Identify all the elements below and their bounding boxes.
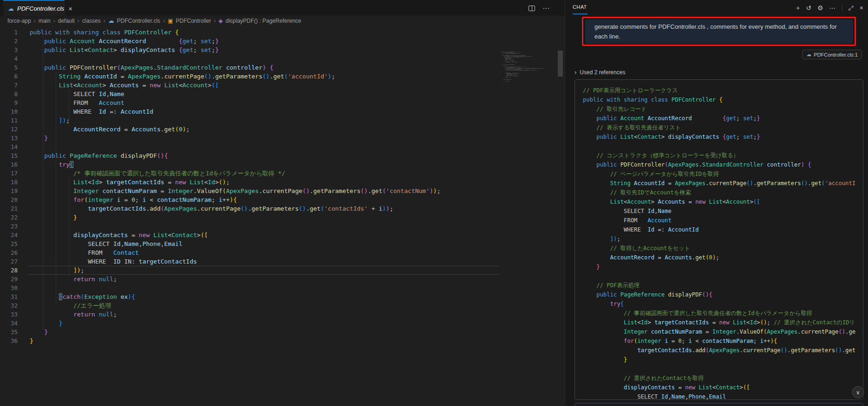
code-line[interactable]: 34 } (0, 319, 565, 328)
code-line[interactable]: 20 for(integer i = 0; i < contactNumPara… (0, 195, 565, 204)
code-line[interactable]: 10 WHERE Id =: AccountId (0, 107, 565, 116)
tab-pdfcontroller[interactable]: ☁ PDFController.cls × (3, 0, 65, 16)
chevron-down-icon: ∨ (856, 389, 860, 396)
editor-actions: ⋯ (529, 0, 550, 16)
code-line[interactable]: 8 SELECT Id,Name (0, 90, 565, 98)
minimap[interactable]: public with sharing class PDFController … (501, 52, 555, 88)
scroll-to-bottom-button[interactable]: ∨ (852, 386, 864, 399)
chat-code-line: // PDF表示処理 (583, 281, 863, 290)
breadcrumb-folder[interactable]: force-app (7, 18, 31, 24)
code-line[interactable]: 9 FROM Account (0, 98, 565, 107)
code-line[interactable]: 23 (0, 222, 565, 231)
code-line[interactable]: 24 displayContacts = new List<Contact>([ (0, 231, 565, 239)
code-line[interactable]: 27 WHERE ID IN: targetContactIds (0, 257, 565, 266)
code-line[interactable]: 22 } (0, 213, 565, 222)
code-line[interactable]: 36} (0, 336, 565, 345)
split-editor-icon[interactable] (529, 6, 535, 11)
code-editor[interactable]: 1public with sharing class PDFController… (0, 25, 565, 406)
code-line[interactable]: 29 return null; (0, 275, 565, 284)
code-line[interactable]: 25 SELECT Id,Name,Phone,Email (0, 239, 565, 248)
chat-code-line: // コンストラクタ（標準コントローラーを受け取る） (583, 151, 863, 160)
chat-code-line: public Account AccountRecord {get; set;} (583, 114, 863, 123)
code-line[interactable]: 15 public PageReference displayPDF(){ (0, 151, 565, 160)
class-symbol-icon: ▣ (168, 18, 173, 24)
chat-code-line: WHERE Id =: AccountId (583, 225, 863, 234)
code-line[interactable]: 21 targetContactIds.add(ApexPages.curren… (0, 204, 565, 213)
line-number: 21 (0, 204, 18, 213)
line-number: 36 (0, 336, 18, 345)
line-number: 13 (0, 134, 18, 142)
user-message-bubble: generate comments for PDFController.cls … (585, 19, 853, 44)
code-line[interactable]: 31 }catch(Exception ex){ (0, 292, 565, 301)
chat-code-line: public PageReference displayPDF(){ (583, 290, 863, 299)
used-references-label: Used 2 references (580, 69, 625, 76)
tab-close-icon[interactable]: × (68, 6, 72, 12)
chat-code-line: // PDF表示用コントローラークラス (583, 86, 863, 95)
breadcrumb-separator: › (163, 18, 165, 24)
apex-file-icon: ☁ (108, 18, 114, 24)
editor-lines: 1public with sharing class PDFController… (0, 28, 565, 345)
file-reference-chip[interactable]: ☁ PDFController.cls:1 (802, 50, 862, 59)
code-line[interactable]: 30 (0, 284, 565, 292)
tab-chat[interactable]: CHAT (573, 4, 587, 10)
code-line[interactable]: 18 List<Id> targetContactIds = new List<… (0, 178, 565, 187)
chat-code-line (583, 142, 863, 151)
chat-code-line: // ページパラメータから取引先IDを取得 (583, 169, 863, 179)
code-line[interactable]: 3 public List<Contact> displayContacts {… (0, 45, 565, 54)
code-line[interactable]: 35 } (0, 328, 565, 336)
code-line[interactable]: 5 public PDFController(ApexPages.Standar… (0, 63, 565, 72)
more-icon[interactable]: ⋯ (829, 5, 836, 11)
line-number: 7 (0, 81, 18, 90)
breadcrumb-member[interactable]: displayPDF() : PageReference (226, 18, 301, 24)
editor-more-icon[interactable]: ⋯ (542, 4, 550, 13)
code-line[interactable]: 7 List<Account> Accounts = new List<Acco… (0, 81, 565, 90)
history-icon[interactable]: ↺ (806, 5, 811, 11)
line-number: 22 (0, 213, 18, 222)
new-chat-icon[interactable]: + (796, 5, 800, 11)
code-line[interactable]: 33 return null; (0, 310, 565, 319)
breadcrumb-folder[interactable]: main (39, 18, 51, 24)
code-line[interactable]: 16 try{ (0, 160, 565, 169)
settings-gear-icon[interactable]: ⚙ (817, 5, 823, 11)
code-line[interactable]: 17 /* 事前確認画面で選択した取引先責任者の数とIdをパラメータから取得 *… (0, 169, 565, 178)
breadcrumb-class[interactable]: PDFController (176, 18, 211, 24)
code-line[interactable]: 19 Integer contactNumParam = Integer.Val… (0, 187, 565, 195)
editor-tab-bar: ☁ PDFController.cls × ⋯ (0, 0, 565, 16)
apex-file-icon: ☁ (8, 6, 14, 12)
code-line[interactable]: 12 AccountRecord = Accounts.get(0); (0, 125, 565, 134)
code-line[interactable]: 14 (0, 142, 565, 151)
line-number: 17 (0, 169, 18, 178)
breadcrumb-file[interactable]: PDFController.cls (117, 18, 160, 24)
chat-code-line: try{ (583, 299, 863, 309)
code-line[interactable]: 2 public Account AccountRecord {get; set… (0, 37, 565, 45)
line-number: 9 (0, 98, 18, 107)
code-line[interactable]: 6 String AccountId = ApexPages.currentPa… (0, 72, 565, 81)
code-line[interactable]: 4 (0, 54, 565, 63)
breadcrumb-folder[interactable]: classes (82, 18, 101, 24)
chat-code-line: public with sharing class PDFController … (583, 95, 863, 104)
code-line[interactable]: 32 //エラー処理 (0, 301, 565, 310)
line-number: 10 (0, 107, 18, 116)
used-references-toggle[interactable]: › Used 2 references (574, 69, 625, 76)
line-number: 23 (0, 222, 18, 231)
code-line[interactable]: 11 ]); (0, 116, 565, 125)
line-number: 35 (0, 328, 18, 336)
line-number: 2 (0, 37, 18, 45)
code-line[interactable]: 1public with sharing class PDFController… (0, 28, 565, 37)
chat-code-line: String AccountId = ApexPages.currentPage… (583, 179, 863, 188)
code-line[interactable]: 13 } (0, 134, 565, 142)
editor-scrollbar[interactable] (558, 51, 563, 77)
line-number: 12 (0, 125, 18, 134)
close-panel-icon[interactable]: × (860, 5, 863, 11)
breadcrumb-folder[interactable]: default (58, 18, 75, 24)
chat-code-line: public PDFController(ApexPages.StandardC… (583, 160, 863, 169)
chat-code-line: // 取得したAccountをセット (583, 244, 863, 253)
line-number: 4 (0, 54, 18, 63)
expand-panel-icon[interactable]: ⤢ (848, 5, 854, 11)
code-line[interactable]: 26 FROM Contact (0, 248, 565, 257)
chat-code-line: List<Id> targetContactIds = new List<Id>… (583, 318, 863, 327)
apex-file-icon: ☁ (806, 52, 811, 58)
code-line[interactable]: 28 ]); (0, 266, 565, 275)
line-number: 8 (0, 90, 18, 98)
chat-code-line: targetContactIds.add(ApexPages.currentPa… (583, 346, 863, 355)
